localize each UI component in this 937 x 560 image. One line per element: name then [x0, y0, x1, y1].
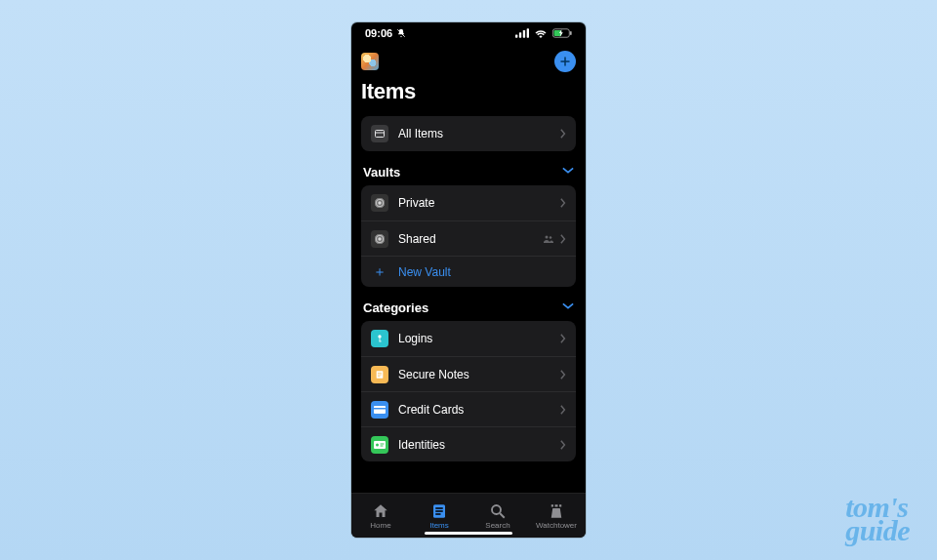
plus-icon: ＋ [371, 263, 388, 281]
chevron-right-icon [560, 370, 566, 380]
svg-rect-32 [435, 507, 443, 509]
svg-rect-4 [527, 28, 529, 37]
watermark-line2: guide [845, 519, 910, 542]
svg-point-28 [376, 443, 379, 446]
svg-rect-25 [374, 406, 386, 414]
chevron-down-icon [562, 300, 574, 315]
vaults-section-header[interactable]: Vaults [363, 165, 574, 180]
key-icon [371, 330, 388, 347]
status-bar: 09:06 [351, 22, 586, 44]
tab-bar: Home Items Search Watchtower [351, 493, 586, 538]
tab-label: Search [485, 521, 509, 530]
chevron-down-icon [562, 165, 574, 180]
content-scroll: All Items Vaults Private [351, 116, 586, 493]
battery-icon [552, 28, 572, 38]
svg-rect-1 [515, 35, 517, 38]
new-vault-row[interactable]: ＋ New Vault [361, 256, 576, 287]
tab-watchtower[interactable]: Watchtower [527, 494, 586, 538]
category-row-secure-notes[interactable]: Secure Notes [361, 356, 576, 391]
svg-rect-34 [435, 513, 440, 515]
vaults-card: Private Shared ＋ New Vault [361, 185, 576, 287]
chevron-right-icon [560, 129, 566, 139]
category-label: Credit Cards [398, 403, 550, 417]
vault-row-shared[interactable]: Shared [361, 220, 576, 256]
tab-label: Watchtower [536, 521, 577, 530]
vault-row-private[interactable]: Private [361, 185, 576, 220]
vaults-title: Vaults [363, 165, 400, 180]
svg-rect-2 [519, 32, 521, 37]
new-vault-label: New Vault [398, 265, 566, 279]
all-items-row[interactable]: All Items [361, 116, 576, 151]
categories-title: Categories [363, 300, 428, 315]
cellular-icon [515, 28, 529, 38]
svg-point-15 [379, 237, 382, 240]
svg-point-35 [492, 505, 501, 514]
svg-rect-3 [523, 30, 525, 38]
items-icon [430, 502, 448, 520]
home-icon [372, 502, 389, 520]
svg-rect-10 [376, 131, 385, 138]
svg-rect-26 [374, 408, 386, 410]
phone-frame: 09:06 Items All Items [351, 22, 586, 538]
svg-point-16 [546, 235, 549, 238]
watchtower-icon [548, 502, 565, 520]
svg-rect-27 [374, 441, 386, 449]
svg-line-36 [500, 513, 505, 518]
category-label: Secure Notes [398, 368, 550, 381]
account-avatar[interactable] [361, 53, 379, 70]
chevron-right-icon [560, 198, 566, 208]
svg-rect-20 [380, 341, 382, 342]
search-icon [489, 502, 507, 520]
chevron-right-icon [560, 334, 566, 343]
wifi-icon [534, 28, 548, 38]
all-items-icon [371, 125, 388, 142]
credit-card-icon [371, 401, 388, 419]
tab-home[interactable]: Home [351, 494, 410, 538]
vault-icon [371, 230, 388, 248]
status-time: 09:06 [365, 27, 392, 39]
header: Items [351, 44, 586, 116]
svg-point-13 [379, 202, 382, 205]
vault-icon [371, 194, 388, 212]
tab-label: Items [429, 521, 449, 530]
category-label: Identities [398, 438, 550, 452]
svg-rect-30 [381, 445, 384, 446]
all-items-card: All Items [361, 116, 576, 151]
category-row-identities[interactable]: Identities [361, 426, 576, 461]
vault-label: Shared [398, 232, 533, 246]
chevron-right-icon [560, 405, 566, 415]
chevron-right-icon [560, 234, 566, 244]
svg-rect-33 [435, 510, 443, 512]
vault-label: Private [398, 196, 550, 210]
note-icon [371, 366, 388, 383]
categories-section-header[interactable]: Categories [363, 300, 574, 315]
category-label: Logins [398, 332, 550, 345]
tab-label: Home [370, 521, 390, 530]
people-icon [543, 233, 554, 245]
categories-card: Logins Secure Notes Credit Cards [361, 321, 576, 461]
svg-rect-7 [570, 31, 572, 35]
chevron-right-icon [560, 440, 566, 450]
page-title: Items [361, 79, 576, 104]
watermark: tom's guide [845, 496, 910, 542]
all-items-label: All Items [398, 127, 550, 140]
bell-off-icon [396, 28, 406, 38]
category-row-credit-cards[interactable]: Credit Cards [361, 391, 576, 426]
add-button[interactable] [554, 51, 576, 72]
category-row-logins[interactable]: Logins [361, 321, 576, 356]
svg-point-17 [550, 236, 552, 239]
home-indicator [425, 532, 512, 535]
svg-point-18 [378, 335, 381, 338]
identity-icon [371, 436, 388, 454]
svg-rect-29 [381, 443, 385, 444]
plus-icon [559, 56, 571, 67]
